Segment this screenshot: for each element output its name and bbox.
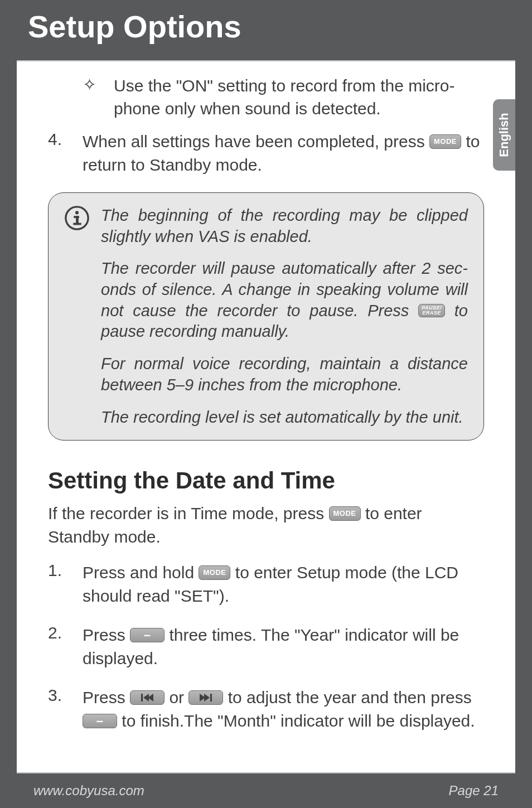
step-text: Press and hold MODE to enter Setup mode … (83, 561, 484, 608)
button-label: MODE (434, 137, 457, 147)
bullet-item: ✧ Use the "ON" setting to record from th… (83, 75, 484, 120)
footer: www.cobyusa.com Page 21 (17, 772, 515, 808)
language-label: English (497, 113, 511, 157)
bullet-marker: ✧ (83, 75, 114, 120)
step-number: 1. (48, 561, 83, 608)
button-label: – (144, 627, 151, 644)
text-fragment: to adjust the year and then press (228, 688, 472, 707)
svg-rect-10 (210, 694, 212, 701)
text-fragment: or (169, 688, 188, 707)
footer-page: Page 21 (449, 783, 499, 799)
button-label: MODE (333, 509, 356, 519)
button-label: MODE (203, 568, 226, 578)
text-fragment: If the recorder is in Time mode, press (48, 504, 329, 522)
pause-erase-button-icon: PAUSE/ ERASE (418, 304, 445, 317)
info-p3: For normal voice recording, maintain a d… (101, 354, 468, 395)
info-p2: The recorder will pause automatically af… (101, 258, 468, 342)
step-number: 4. (48, 130, 83, 177)
svg-point-1 (75, 211, 79, 214)
info-box: The beginning of the recording may be cl… (48, 192, 484, 441)
step-number: 2. (48, 623, 83, 670)
info-p4: The recording level is set automatically… (101, 407, 468, 428)
svg-marker-9 (204, 694, 210, 701)
bullet-text: Use the "ON" setting to record from the … (114, 75, 484, 120)
step-number: 3. (48, 686, 83, 733)
prev-button-icon (130, 690, 165, 705)
minus-button-icon: – (130, 628, 165, 642)
step-text: When all settings have been completed, p… (83, 130, 484, 177)
body: ✧ Use the "ON" setting to record from th… (17, 61, 515, 733)
page-title: Setup Options (28, 0, 515, 54)
minus-button-icon: – (83, 714, 117, 728)
text-fragment: The recorder will pause automatically af… (101, 259, 468, 319)
content-area: Setup Options ✧ Use the "ON" setting to … (17, 0, 515, 808)
text-fragment: Press and hold (83, 563, 199, 582)
step-text: Press – three times. The "Year" indicato… (83, 623, 484, 670)
info-icon (64, 205, 101, 428)
step-1: 1. Press and hold MODE to enter Setup mo… (48, 561, 484, 608)
step-2: 2. Press – three times. The "Year" indic… (48, 623, 484, 670)
button-label: – (96, 713, 104, 730)
mode-button-icon: MODE (329, 506, 361, 521)
next-button-icon (188, 690, 223, 705)
text-fragment: to finish.The "Month" indicator will be … (122, 712, 475, 730)
info-paragraphs: The beginning of the recording may be cl… (101, 205, 468, 428)
footer-url: www.cobyusa.com (33, 783, 144, 799)
header-band: Setup Options (17, 0, 515, 60)
intro-para: If the recorder is in Time mode, press M… (48, 502, 484, 549)
step-4: 4. When all settings have been completed… (48, 130, 484, 177)
mode-button-icon: MODE (199, 565, 230, 580)
text-fragment: When all settings have been completed, p… (83, 132, 429, 151)
svg-rect-5 (141, 694, 143, 701)
language-tab: English (493, 99, 515, 171)
page: Setup Options ✧ Use the "ON" setting to … (0, 0, 532, 808)
info-p1: The beginning of the recording may be cl… (101, 205, 468, 247)
text-fragment: Press (83, 626, 130, 644)
text-fragment: Press (83, 688, 130, 707)
step-3: 3. Press or to adjust the year and then … (48, 686, 484, 733)
svg-rect-4 (73, 223, 81, 225)
button-label-line2: ERASE (422, 311, 441, 316)
step-text: Press or to adjust the year and then pre… (83, 686, 484, 733)
mode-button-icon: MODE (429, 134, 461, 149)
section-heading: Setting the Date and Time (48, 467, 484, 494)
